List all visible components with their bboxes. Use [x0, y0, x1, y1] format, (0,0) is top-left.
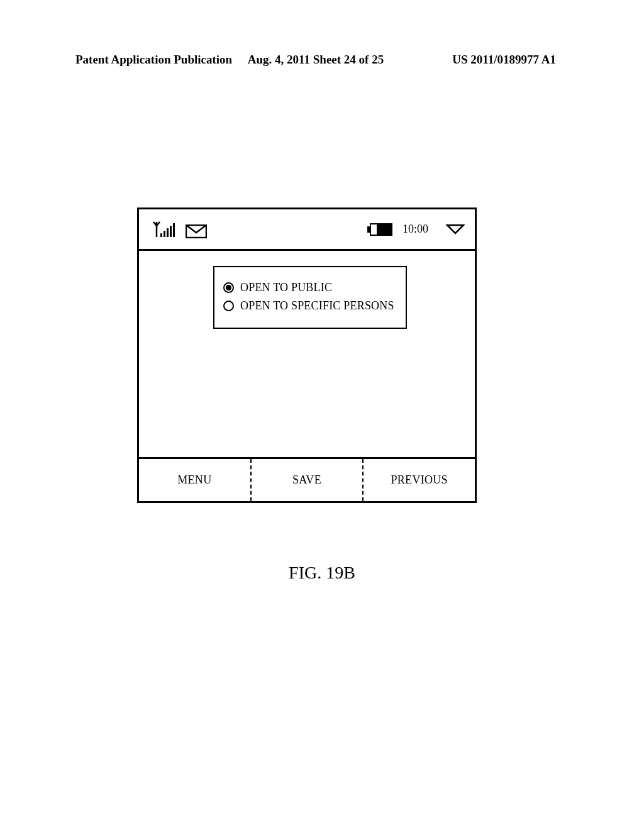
status-bar: 10:00: [139, 209, 475, 251]
save-button[interactable]: SAVE: [252, 459, 363, 501]
svg-rect-3: [170, 226, 172, 237]
svg-rect-2: [167, 228, 169, 237]
options-panel: OPEN TO PUBLIC OPEN TO SPECIFIC PERSONS: [213, 266, 407, 329]
radio-open-to-specific-persons[interactable]: OPEN TO SPECIFIC PERSONS: [223, 299, 399, 313]
radio-label: OPEN TO PUBLIC: [240, 281, 332, 294]
radio-unselected-icon: [223, 301, 234, 311]
radio-selected-icon: [223, 282, 234, 293]
figure-label: FIG. 19B: [289, 563, 355, 583]
header-center: Aug. 4, 2011 Sheet 24 of 25: [248, 53, 384, 67]
softkey-bar: MENU SAVE PREVIOUS: [139, 457, 475, 501]
clock-text: 10:00: [402, 223, 428, 236]
radio-open-to-public[interactable]: OPEN TO PUBLIC: [223, 281, 399, 294]
radio-label: OPEN TO SPECIFIC PERSONS: [240, 299, 394, 313]
header-right: US 2011/0189977 A1: [452, 53, 556, 67]
svg-rect-1: [164, 231, 165, 237]
previous-button[interactable]: PREVIOUS: [364, 459, 475, 501]
svg-rect-4: [173, 223, 175, 237]
header-left: Patent Application Publication: [75, 53, 232, 67]
menu-button[interactable]: MENU: [139, 459, 250, 501]
battery-icon: [367, 223, 392, 236]
mail-icon: [186, 224, 207, 238]
status-left: [153, 221, 207, 238]
device-frame: 10:00 OPEN TO PUBLIC OPEN TO SPECIFIC PE…: [137, 208, 477, 503]
chevron-down-icon[interactable]: [446, 224, 465, 235]
signal-icon: [153, 221, 177, 238]
page-header: Patent Application Publication Aug. 4, 2…: [75, 53, 556, 67]
svg-rect-0: [160, 233, 162, 237]
status-right: 10:00: [367, 223, 465, 236]
